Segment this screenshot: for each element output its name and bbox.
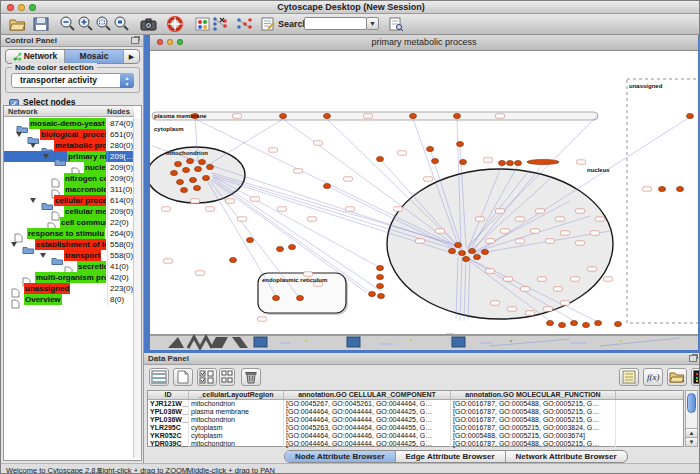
- network-node[interactable]: [280, 113, 287, 118]
- network-node[interactable]: [183, 167, 190, 172]
- small-node-label[interactable]: [546, 239, 555, 243]
- small-node-label[interactable]: [504, 277, 513, 281]
- small-node-label[interactable]: [496, 114, 505, 118]
- network-node[interactable]: [677, 186, 684, 191]
- network-node[interactable]: [432, 158, 439, 163]
- zoom-selected-icon[interactable]: [95, 16, 115, 33]
- tree-row[interactable]: Overview8(0): [4, 294, 134, 305]
- tree-row[interactable]: cellular metabo209(0): [4, 206, 134, 217]
- network-node[interactable]: [207, 164, 214, 169]
- float-panel-icon[interactable]: [689, 355, 697, 362]
- cell-molecular[interactable]: [GO:0005488, GO:0005215, GO:0003674]: [451, 432, 616, 440]
- network-canvas[interactable]: plasma membranecytoplasmmitochondrionnuc…: [150, 51, 698, 334]
- cell-region[interactable]: plasma membrane: [189, 408, 284, 416]
- cell-molecular[interactable]: [GO:0016787, GO:0005215, GO:0003824, G…: [451, 424, 616, 432]
- delete-attribute-icon[interactable]: [241, 368, 261, 386]
- small-node-label[interactable]: [516, 239, 525, 243]
- small-node-label[interactable]: [596, 217, 605, 221]
- tree-row[interactable]: metabolic process280(0): [4, 140, 134, 151]
- cell-id[interactable]: YKR052C: [148, 432, 189, 440]
- network-node[interactable]: [190, 177, 197, 182]
- network-node[interactable]: [457, 141, 464, 146]
- network-node[interactable]: [324, 113, 331, 118]
- small-node-label[interactable]: [643, 187, 652, 191]
- cell-region[interactable]: mitochondrion: [189, 400, 284, 408]
- network-node[interactable]: [595, 320, 602, 325]
- network-node[interactable]: [181, 187, 188, 192]
- cell-filler[interactable]: [616, 424, 683, 432]
- network-node[interactable]: [687, 113, 694, 118]
- network-node[interactable]: [583, 322, 590, 327]
- tree-row[interactable]: cell communicat22(0): [4, 217, 134, 228]
- tab-network[interactable]: Network: [6, 50, 65, 63]
- zoom-out-icon[interactable]: [59, 16, 79, 33]
- network-window-titlebar[interactable]: primary metabolic process: [150, 35, 698, 51]
- small-node-label[interactable]: [436, 229, 445, 233]
- small-node-label[interactable]: [269, 148, 278, 152]
- small-node-label[interactable]: [486, 269, 495, 273]
- small-node-label[interactable]: [206, 207, 215, 211]
- small-node-label[interactable]: [196, 271, 205, 275]
- small-node-label[interactable]: [314, 141, 323, 145]
- cell-id[interactable]: YJR121W__1: [148, 400, 189, 408]
- network-node[interactable]: [463, 256, 470, 261]
- cell-id[interactable]: YPL036W__1: [148, 416, 189, 424]
- open-folder-icon[interactable]: [8, 16, 28, 33]
- matrix-view-icon[interactable]: [691, 368, 700, 386]
- tree-col-network[interactable]: Network: [8, 107, 38, 116]
- small-node-label[interactable]: [233, 114, 242, 118]
- cell-molecular[interactable]: [GO:0016787, GO:0005488, GO:0005215, G…: [451, 416, 616, 424]
- small-node-label[interactable]: [591, 231, 600, 235]
- network-node[interactable]: [195, 166, 202, 171]
- network-node[interactable]: [194, 185, 201, 190]
- network-node[interactable]: [455, 242, 462, 247]
- cell-cellular[interactable]: [GO:0044464, GO:0044444, GO:0044425, G…: [284, 440, 451, 448]
- small-node-label[interactable]: [416, 239, 425, 243]
- tree-row[interactable]: establishment of lo558(0): [4, 239, 134, 250]
- network-node[interactable]: [324, 183, 331, 188]
- attribute-select-icon[interactable]: [149, 368, 169, 386]
- float-panel-icon[interactable]: [131, 37, 139, 44]
- select-attributes-icon[interactable]: [197, 368, 217, 386]
- network-node[interactable]: [247, 237, 254, 242]
- cell-region[interactable]: mitochondrion: [189, 416, 284, 424]
- network-node[interactable]: [203, 175, 210, 180]
- scroll-down-icon[interactable]: ▼: [686, 437, 697, 446]
- tab-edge-attribute-browser[interactable]: Edge Attribute Browser: [396, 451, 506, 462]
- network-node[interactable]: [449, 248, 456, 253]
- small-node-label[interactable]: [278, 207, 287, 211]
- small-node-label[interactable]: [577, 160, 586, 164]
- cell-cellular[interactable]: [GO:0044464, GO:0044446, GO:0044444, G…: [284, 432, 451, 440]
- network-node[interactable]: [454, 113, 461, 118]
- scrollbar-thumb[interactable]: [687, 393, 696, 413]
- disclosure-triangle-icon[interactable]: [30, 198, 36, 203]
- table-row[interactable]: YPL036W__1mitochondrion[GO:0044464, GO:0…: [148, 416, 683, 424]
- small-node-label[interactable]: [526, 311, 535, 315]
- network-node[interactable]: [171, 170, 178, 175]
- tree-row[interactable]: transport558(0): [4, 250, 134, 261]
- small-node-label[interactable]: [304, 272, 313, 276]
- unhide-nodes-icon[interactable]: [235, 16, 255, 33]
- network-node[interactable]: [659, 186, 666, 191]
- network-node[interactable]: [459, 250, 466, 255]
- search-input[interactable]: [304, 17, 367, 30]
- tree-row[interactable]: mosaic-demo-yeast874(0): [4, 118, 134, 129]
- small-node-label[interactable]: [364, 114, 373, 118]
- cell-cellular[interactable]: [GO:0045267, GO:0045261, GO:0044464, G…: [284, 400, 451, 408]
- network-node[interactable]: [410, 113, 417, 118]
- cell-molecular[interactable]: [GO:0016787, GO:0005488, GO:0005215, G…: [451, 400, 616, 408]
- network-node[interactable]: [378, 293, 385, 298]
- scroll-up-icon[interactable]: ▲: [686, 428, 697, 437]
- save-icon[interactable]: [32, 16, 52, 33]
- network-node[interactable]: [277, 246, 284, 251]
- cell-cellular[interactable]: [GO:0045263, GO:0044464, GO:0044455, G…: [284, 424, 451, 432]
- cell-region[interactable]: cytoplasm: [189, 424, 284, 432]
- small-node-label[interactable]: [226, 199, 235, 203]
- tree-row[interactable]: nucleobase-c209(0): [4, 162, 134, 173]
- tree-row[interactable]: macromolecule311(0): [4, 184, 134, 195]
- network-node[interactable]: [177, 179, 184, 184]
- snapshot-icon[interactable]: [140, 16, 160, 33]
- col-header-molecular[interactable]: annotation.GO MOLECULAR_FUNCTION: [451, 391, 616, 399]
- network-node[interactable]: [289, 244, 296, 249]
- small-node-label[interactable]: [496, 209, 505, 213]
